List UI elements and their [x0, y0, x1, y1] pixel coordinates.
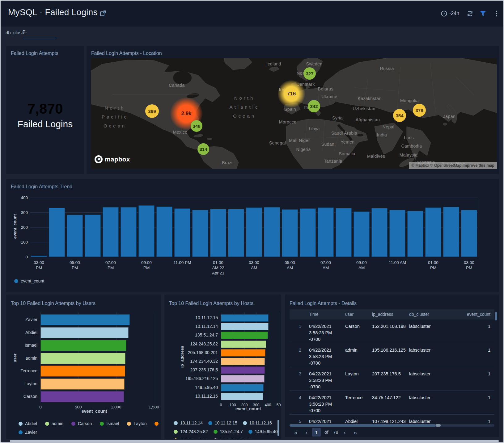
improve-this-map-link[interactable]: Improve this map	[463, 163, 495, 168]
trend-bar[interactable]	[103, 207, 119, 257]
table-row[interactable]: 304/22/2021 3:58:23 PM -0700Layton207.23…	[290, 367, 494, 391]
legend-item[interactable]: Abdiel	[19, 421, 37, 426]
hosts-bar[interactable]	[221, 349, 265, 357]
legend-item[interactable]: Carson	[71, 421, 92, 426]
users-bar[interactable]	[40, 391, 124, 402]
trend-bar[interactable]	[67, 215, 83, 257]
table-row[interactable]: 204/22/2021 3:58:23 PM -0700admin195.186…	[290, 343, 494, 367]
trend-bar[interactable]	[49, 208, 65, 257]
page-scrollbar[interactable]	[10, 440, 499, 442]
trend-bar[interactable]	[174, 208, 190, 257]
legend-item[interactable]: 149.5.95.40	[248, 429, 278, 434]
trend-bar[interactable]	[228, 209, 244, 257]
trend-bar[interactable]	[318, 207, 334, 257]
world-map[interactable]: North Pacific OceanNorth Atlantic OceanI…	[91, 58, 497, 169]
map-cluster-bubble[interactable]: 378	[413, 104, 426, 117]
trend-bar[interactable]	[425, 207, 441, 257]
trend-bar[interactable]	[461, 210, 477, 257]
panel-failed-login-count: Failed Login Attempts 7,870 Failed Login…	[6, 46, 84, 174]
users-bar[interactable]	[40, 314, 130, 325]
column-header-Time[interactable]: Time	[309, 312, 319, 317]
users-bar[interactable]	[40, 366, 125, 377]
hosts-bar[interactable]	[221, 393, 263, 400]
mapbox-logo[interactable]: mapbox	[95, 155, 130, 163]
kebab-menu-icon[interactable]	[493, 10, 500, 17]
hosts-bar[interactable]	[221, 323, 269, 330]
trend-bar[interactable]	[443, 207, 459, 257]
users-bar[interactable]	[40, 340, 126, 351]
legend-item[interactable]: 195.186.216.125	[214, 438, 252, 439]
trend-bar[interactable]	[31, 256, 47, 257]
details-hscroll-thumb[interactable]	[290, 424, 436, 427]
table-row[interactable]: 404/22/2021 3:58:23 PM -0700Terrence34.7…	[290, 391, 494, 415]
map-cluster-bubble[interactable]: 314	[197, 143, 209, 155]
trend-bar[interactable]	[192, 210, 208, 257]
failed-logins-label: Failed Logins	[6, 119, 84, 129]
pagination-current-page[interactable]: 1	[312, 428, 321, 437]
legend-item[interactable]: 10.11.12.15	[208, 420, 237, 425]
hosts-legend-scrollbar[interactable]	[277, 420, 279, 436]
panel-title: Top 10 Failed Login Attempts by Hosts	[169, 301, 253, 306]
legend-item[interactable]: Ismael	[100, 421, 119, 426]
clock-icon[interactable]	[441, 10, 447, 17]
table-row[interactable]: 104/22/2021 3:58:23 PM -0700Carson152.20…	[290, 320, 494, 343]
map-cluster-bubble[interactable]: 342	[308, 100, 320, 112]
legend-item[interactable]: 10.11.12.16	[243, 420, 272, 425]
country-label: Niger	[299, 138, 310, 143]
hosts-bar[interactable]	[221, 375, 265, 382]
trend-bar[interactable]	[300, 208, 316, 257]
hosts-bar[interactable]	[221, 332, 268, 339]
trend-bar[interactable]	[407, 211, 423, 257]
map-cluster-bubble[interactable]: 369	[145, 104, 159, 118]
column-header-ip_address[interactable]: ip_address	[372, 312, 393, 317]
trend-bar[interactable]	[246, 207, 262, 257]
filter-icon[interactable]	[480, 10, 486, 17]
trend-bar[interactable]	[121, 207, 137, 257]
trend-bar[interactable]	[85, 215, 101, 257]
hosts-bar[interactable]	[221, 341, 266, 348]
refresh-icon[interactable]	[467, 10, 473, 17]
users-bar[interactable]	[40, 353, 125, 364]
hosts-bar[interactable]	[221, 366, 265, 374]
share-icon[interactable]	[100, 10, 106, 17]
hosts-bar[interactable]	[221, 384, 264, 391]
map-cluster-bubble[interactable]: 327	[303, 67, 316, 80]
legend-item[interactable]: 124.243.25.82	[174, 429, 208, 434]
column-header-event_count[interactable]: event_count	[467, 312, 490, 317]
map-cluster-bubble[interactable]: 716	[278, 80, 305, 107]
details-hscroll-nub[interactable]	[436, 424, 441, 427]
legend-item[interactable]: admin	[45, 421, 63, 426]
pagination-prev-button[interactable]: ‹	[305, 428, 307, 437]
users-bar[interactable]	[40, 327, 129, 338]
trend-bar[interactable]	[389, 210, 405, 257]
column-header-user[interactable]: user	[345, 312, 354, 317]
table-row[interactable]: 504/22/2021Abdiel107.198.121.243labsclus…	[290, 415, 494, 424]
pagination-next-button[interactable]: ›	[344, 428, 346, 437]
hosts-bar[interactable]	[221, 314, 269, 322]
legend-item[interactable]: 174.234.40.32	[174, 438, 208, 439]
hosts-bar[interactable]	[221, 358, 265, 365]
users-bar[interactable]	[40, 378, 125, 390]
trend-bar[interactable]	[371, 208, 388, 257]
time-range-value[interactable]: -24h	[449, 11, 459, 16]
legend-item[interactable]: 135.51.24.7	[214, 429, 243, 434]
trend-bar[interactable]	[138, 205, 155, 257]
pagination-last-button[interactable]: »	[354, 428, 357, 437]
details-vscroll-thumb[interactable]	[495, 312, 497, 320]
trend-bar[interactable]	[354, 211, 370, 257]
legend-item-event-count[interactable]: event_count	[14, 278, 44, 283]
trend-bar[interactable]	[336, 208, 352, 257]
trend-bar[interactable]	[156, 207, 172, 257]
legend-item[interactable]: 10.11.12.14	[174, 420, 203, 425]
pagination-first-button[interactable]: «	[294, 428, 298, 437]
trend-bar[interactable]	[210, 209, 226, 257]
map-cluster-bubble[interactable]: 348	[191, 120, 202, 132]
trend-bar[interactable]	[282, 209, 298, 257]
map-cluster-bubble[interactable]: 354	[393, 109, 406, 122]
legend-item[interactable]: Terrence	[155, 421, 161, 426]
legend-item[interactable]: Layton	[127, 421, 146, 426]
filter-db-cluster-input[interactable]: *	[23, 29, 56, 38]
trend-bar[interactable]	[264, 207, 280, 257]
legend-item[interactable]: Zavier	[19, 430, 37, 435]
column-header-db_cluster[interactable]: db_cluster	[409, 312, 429, 317]
